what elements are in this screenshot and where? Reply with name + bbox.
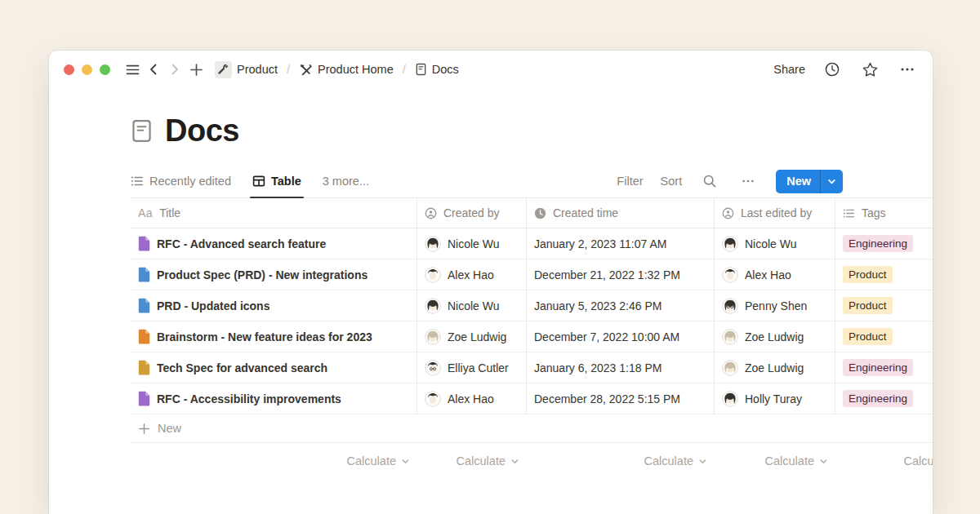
created-by-cell[interactable]: Alex Hao [417, 383, 527, 414]
tag-pill[interactable]: Product [843, 328, 893, 345]
breadcrumb-label: Product [237, 63, 278, 76]
created-by-cell[interactable]: Elliya Cutler [417, 352, 527, 383]
last-edited-by-cell[interactable]: Zoe Ludwig [715, 321, 835, 352]
last-edited-by-cell[interactable]: Nicole Wu [715, 228, 835, 259]
breadcrumb: Product / Product Home / Docs [212, 60, 462, 80]
table-row[interactable]: Product Spec (PRD) - New integrations Al… [131, 259, 933, 290]
column-header-last-edited-by[interactable]: Last edited by [715, 198, 835, 228]
last-edited-by-cell[interactable]: Penny Shen [715, 290, 835, 321]
table-row[interactable]: Tech Spec for advanced search Elliya Cut… [131, 352, 933, 383]
minimize-window-button[interactable] [82, 64, 92, 75]
updates-clock-icon[interactable] [822, 59, 843, 80]
more-options-icon[interactable] [897, 59, 918, 80]
column-header-label: Created time [553, 206, 618, 219]
breadcrumb-label: Docs [432, 63, 459, 76]
last-edited-by-cell[interactable]: Holly Turay [715, 383, 835, 414]
new-entry-dropdown[interactable] [820, 170, 843, 193]
created-by-cell[interactable]: Alex Hao [417, 259, 527, 290]
new-entry-button-label[interactable]: New [776, 170, 820, 193]
tags-cell[interactable]: Engineering [835, 352, 933, 383]
forward-icon[interactable] [164, 59, 185, 80]
zoom-window-button[interactable] [100, 64, 110, 75]
created-by-name: Nicole Wu [448, 299, 500, 312]
column-header-label: Title [159, 206, 180, 219]
more-views-link[interactable]: 3 more... [323, 175, 369, 188]
tags-cell[interactable]: Product [835, 321, 933, 352]
tag-pill[interactable]: Product [843, 297, 893, 314]
row-title-link[interactable]: Brainstorm - New feature ideas for 2023 [157, 330, 372, 343]
new-page-plus-icon[interactable] [185, 59, 207, 80]
tags-cell[interactable]: Engineering [835, 228, 933, 259]
created-by-cell[interactable]: Nicole Wu [417, 290, 527, 321]
add-new-row-button[interactable]: New [131, 414, 933, 443]
table-row[interactable]: PRD - Updated icons Nicole Wu January 5,… [131, 290, 933, 321]
tag-pill[interactable]: Product [843, 266, 893, 283]
calculate-dropdown-created-by[interactable]: Calculate [417, 443, 527, 479]
last-edited-by-cell[interactable]: Alex Hao [715, 259, 835, 290]
breadcrumb-separator: / [287, 63, 290, 76]
created-time-cell[interactable]: December 7, 2022 10:00 AM [527, 321, 715, 352]
last-edited-name: Holly Turay [745, 392, 802, 405]
sidebar-menu-icon[interactable] [122, 59, 143, 80]
tags-cell[interactable]: Engineering [835, 383, 933, 414]
title-cell[interactable]: RFC - Accessibility improvements [131, 383, 417, 414]
created-time-cell[interactable]: December 21, 2022 1:32 PM [527, 259, 715, 290]
filter-button[interactable]: Filter [617, 175, 643, 188]
title-cell[interactable]: Brainstorm - New feature ideas for 2023 [131, 321, 417, 352]
new-entry-button[interactable]: New [776, 170, 843, 193]
breadcrumb-item-product[interactable]: Product [212, 60, 281, 80]
tag-pill[interactable]: Engineering [843, 390, 913, 407]
title-cell[interactable]: Product Spec (PRD) - New integrations [131, 259, 417, 290]
created-time-cell[interactable]: January 5, 2023 2:46 PM [527, 290, 715, 321]
sort-button[interactable]: Sort [661, 175, 683, 188]
search-icon[interactable] [699, 171, 720, 192]
row-title-link[interactable]: RFC - Advanced search feature [157, 237, 326, 250]
last-edited-by-cell[interactable]: Zoe Ludwig [715, 352, 835, 383]
created-time-cell[interactable]: December 28, 2022 5:15 PM [527, 383, 715, 414]
title-cell[interactable]: RFC - Advanced search feature [131, 228, 417, 259]
tag-pill[interactable]: Engineering [843, 359, 913, 376]
calculate-dropdown-tags[interactable]: Calculate [835, 443, 933, 479]
row-title-link[interactable]: Product Spec (PRD) - New integrations [157, 268, 368, 281]
created-by-cell[interactable]: Zoe Ludwig [417, 321, 527, 352]
clock-icon [534, 207, 546, 219]
tag-pill[interactable]: Engineering [843, 235, 913, 252]
row-title-link[interactable]: PRD - Updated icons [157, 299, 270, 312]
created-time-cell[interactable]: January 2, 2023 11:07 AM [527, 228, 715, 259]
back-icon[interactable] [143, 59, 164, 80]
column-header-created-by[interactable]: Created by [417, 198, 527, 228]
column-header-title[interactable]: Aa Title [131, 198, 417, 228]
page-content: Docs Recently edited Table 3 more... Fil… [49, 113, 933, 479]
view-tab-table[interactable]: Table [252, 165, 301, 197]
column-header-created-time[interactable]: Created time [527, 198, 715, 228]
share-button[interactable]: Share [773, 63, 805, 76]
page-header: Docs [131, 113, 933, 148]
tags-cell[interactable]: Product [835, 259, 933, 290]
breadcrumb-item-docs[interactable]: Docs [412, 61, 462, 78]
tags-cell[interactable]: Product [835, 290, 933, 321]
calculate-label: Calculate [644, 454, 693, 467]
person-icon [722, 207, 734, 219]
row-title-link[interactable]: RFC - Accessibility improvements [157, 392, 341, 405]
title-cell[interactable]: Tech Spec for advanced search [131, 352, 417, 383]
view-tab-recently-edited[interactable]: Recently edited [131, 165, 231, 197]
table-row[interactable]: RFC - Accessibility improvements Alex Ha… [131, 383, 933, 414]
page-doc-icon [138, 329, 150, 344]
breadcrumb-item-product-home[interactable]: Product Home [296, 61, 397, 78]
view-controls: Filter Sort New [617, 170, 843, 193]
calculate-dropdown-title[interactable]: Calculate [131, 443, 417, 479]
title-cell[interactable]: PRD - Updated icons [131, 290, 417, 321]
created-time-cell[interactable]: January 6, 2023 1:18 PM [527, 352, 715, 383]
table-row[interactable]: Brainstorm - New feature ideas for 2023 … [131, 321, 933, 352]
calculate-dropdown-created-time[interactable]: Calculate [527, 443, 715, 479]
view-options-ellipsis-icon[interactable] [737, 171, 759, 192]
page-doc-icon [138, 298, 150, 313]
page-icon[interactable] [131, 119, 153, 143]
favorite-star-icon[interactable] [859, 59, 880, 80]
table-row[interactable]: RFC - Advanced search feature Nicole Wu … [131, 228, 933, 259]
close-window-button[interactable] [64, 64, 74, 75]
column-header-tags[interactable]: Tags [835, 198, 933, 228]
row-title-link[interactable]: Tech Spec for advanced search [157, 361, 327, 374]
calculate-dropdown-last-edited-by[interactable]: Calculate [715, 443, 835, 479]
created-by-cell[interactable]: Nicole Wu [417, 228, 527, 259]
